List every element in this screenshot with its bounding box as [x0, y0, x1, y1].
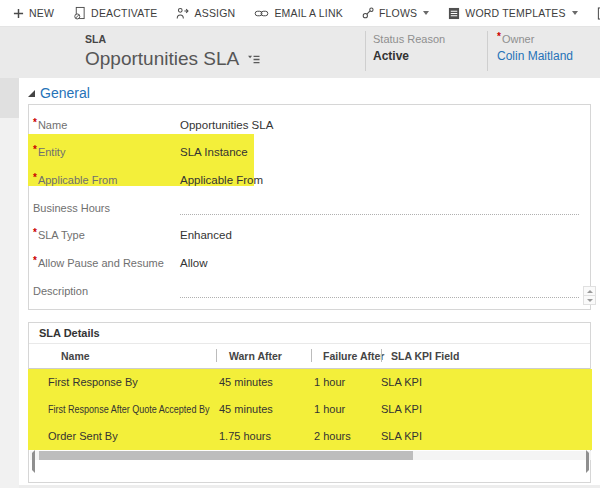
column-header-failure-after[interactable]: Failure After — [323, 350, 384, 362]
business-hours-field-value[interactable] — [180, 202, 579, 215]
sla-details-panel: SLA Details Name Warn After Failure Afte… — [28, 322, 591, 483]
link-icon — [254, 9, 269, 18]
chevron-left-icon — [32, 450, 35, 473]
column-divider — [381, 349, 382, 362]
email-a-link-button-label: EMAIL A LINK — [274, 7, 343, 19]
required-icon: * — [33, 255, 37, 266]
scroll-down-button[interactable] — [583, 295, 596, 305]
sla-details-title: SLA Details — [29, 323, 590, 344]
vertical-scrollbar[interactable] — [0, 78, 19, 488]
column-header-sla-kpi-field[interactable]: SLA KPI Field — [391, 350, 459, 362]
name-field-value[interactable]: Opportunities SLA — [180, 119, 273, 131]
row-sla-kpi-field: SLA KPI — [381, 369, 422, 396]
collapse-triangle-icon — [28, 90, 35, 97]
row-warn-after: 1.75 hours — [219, 423, 271, 450]
scroll-left-button[interactable] — [32, 453, 35, 471]
applicable-from-field-label-row: *Applicable From — [29, 174, 180, 186]
row-sla-kpi-field: SLA KPI — [381, 423, 422, 450]
status-reason-field: Status Reason Active — [373, 33, 445, 63]
page-title: Opportunities SLA — [85, 48, 239, 70]
description-scrollbar — [583, 286, 596, 306]
business-hours-field-label-row: Business Hours — [29, 202, 180, 214]
sla-details-rows: First Response By 45 minutes 1 hour SLA … — [29, 369, 590, 450]
description-field-label-row: Description — [29, 285, 180, 297]
general-section-header[interactable]: General — [28, 85, 90, 101]
assign-icon — [176, 7, 189, 20]
scroll-right-button[interactable] — [586, 453, 589, 471]
general-form-panel: *Name Opportunities SLA *Entity SLA Inst… — [28, 104, 591, 310]
applicable-from-field-value[interactable]: Applicable From — [180, 174, 263, 186]
required-icon: * — [33, 117, 37, 128]
allow-pause-resume-field-label: Allow Pause and Resume — [38, 257, 164, 269]
name-field-label: Name — [38, 119, 67, 131]
column-divider — [311, 349, 312, 362]
row-sla-kpi-field: SLA KPI — [381, 396, 422, 423]
owner-label: Owner — [502, 33, 534, 45]
form-selector-icon[interactable] — [247, 54, 261, 65]
flows-button[interactable]: FLOWS — [362, 7, 429, 19]
required-icon: * — [33, 227, 37, 238]
word-document-icon — [448, 7, 460, 20]
status-badge: Active — [373, 49, 445, 63]
word-templates-button-label: WORD TEMPLATES — [465, 7, 565, 19]
field-row-entity: *Entity SLA Instance — [29, 138, 590, 166]
chevron-down-icon — [587, 299, 593, 302]
flow-icon — [362, 7, 374, 19]
table-row[interactable]: First Response After Quote Accepted By 4… — [29, 396, 590, 423]
column-header-warn-after[interactable]: Warn After — [229, 350, 282, 362]
command-bar: NEW DEACTIVATE ASSIGN EMAIL A LINK FLOWS… — [0, 0, 600, 27]
row-warn-after: 45 minutes — [219, 369, 273, 396]
table-row[interactable]: Order Sent By 1.75 hours 2 hours SLA KPI — [29, 423, 590, 450]
required-icon: * — [33, 172, 37, 183]
row-name: First Response After Quote Accepted By — [48, 396, 245, 423]
chevron-down-icon — [572, 11, 578, 15]
vertical-scrollbar-thumb[interactable] — [0, 78, 19, 118]
chevron-down-icon — [423, 11, 429, 15]
row-name: Order Sent By — [48, 423, 118, 450]
column-divider — [216, 349, 217, 362]
business-hours-field-label: Business Hours — [33, 202, 110, 214]
owner-label-row: *Owner — [497, 33, 573, 45]
page-title-row: Opportunities SLA — [85, 48, 261, 70]
status-reason-label: Status Reason — [373, 33, 445, 45]
chevron-right-icon — [586, 450, 589, 473]
field-row-sla-type: *SLA Type Enhanced — [29, 221, 590, 249]
applicable-from-field-label: Applicable From — [38, 174, 117, 186]
owner-link[interactable]: Colin Maitland — [497, 49, 573, 63]
word-templates-button[interactable]: WORD TEMPLATES — [448, 7, 577, 20]
field-row-business-hours: Business Hours — [29, 194, 590, 222]
field-row-name: *Name Opportunities SLA — [29, 111, 590, 139]
allow-pause-resume-field-label-row: *Allow Pause and Resume — [29, 257, 180, 269]
flows-button-label: FLOWS — [379, 7, 417, 19]
description-field-label: Description — [33, 285, 88, 297]
chevron-up-icon — [587, 290, 593, 293]
field-row-allow-pause-resume: *Allow Pause and Resume Allow — [29, 249, 590, 277]
required-icon: * — [33, 144, 37, 155]
sla-type-field-value[interactable]: Enhanced — [180, 229, 232, 241]
row-failure-after: 1 hour — [314, 369, 345, 396]
entity-field-label-row: *Entity — [29, 146, 180, 158]
column-header-name[interactable]: Name — [61, 350, 90, 362]
row-failure-after: 2 hours — [314, 423, 351, 450]
plus-icon — [13, 8, 24, 19]
assign-button[interactable]: ASSIGN — [176, 7, 235, 20]
row-warn-after: 45 minutes — [219, 396, 273, 423]
assign-button-label: ASSIGN — [194, 7, 235, 19]
description-field-value[interactable] — [180, 285, 579, 298]
field-row-applicable-from: *Applicable From Applicable From — [29, 166, 590, 194]
row-failure-after: 1 hour — [314, 396, 345, 423]
new-button[interactable]: NEW — [13, 7, 54, 19]
deactivate-button[interactable]: DEACTIVATE — [73, 6, 157, 20]
entity-field-value[interactable]: SLA Instance — [180, 146, 248, 158]
entity-field-label: Entity — [38, 146, 66, 158]
row-name: First Response By — [48, 369, 138, 396]
email-a-link-button[interactable]: EMAIL A LINK — [254, 7, 343, 19]
horizontal-scrollbar[interactable] — [30, 451, 591, 460]
sla-type-field-label: SLA Type — [38, 229, 85, 241]
general-section-title: General — [40, 85, 90, 101]
horizontal-scrollbar-thumb[interactable] — [39, 451, 413, 460]
table-row[interactable]: First Response By 45 minutes 1 hour SLA … — [29, 369, 590, 396]
record-header: SLA Opportunities SLA Status Reason Acti… — [0, 27, 600, 78]
allow-pause-resume-field-value[interactable]: Allow — [180, 257, 207, 269]
record-type-label: SLA — [85, 33, 106, 45]
